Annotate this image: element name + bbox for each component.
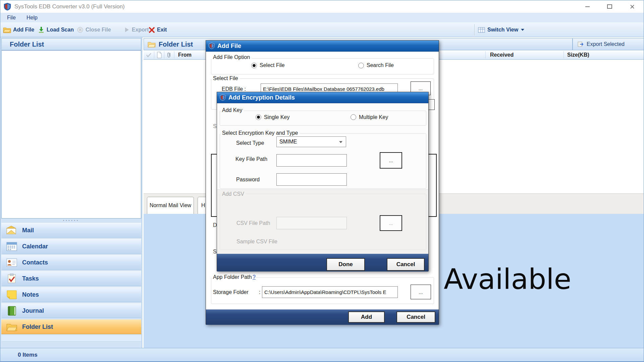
storage-folder-label: Storage Folder: [213, 289, 249, 295]
toolbar-separator: [474, 24, 475, 36]
password-label: Password: [236, 177, 260, 183]
toolbar-exit-label: Exit: [157, 27, 167, 33]
sidebar-item-folder-list[interactable]: Folder List: [1, 319, 141, 334]
minimize-icon: [585, 6, 590, 7]
maximize-button[interactable]: [600, 0, 619, 13]
close-icon: [630, 4, 635, 9]
switch-view-grid-icon: [478, 27, 485, 33]
single-key-radio-label[interactable]: Single Key: [264, 114, 290, 120]
encryption-dialog-titlebar: Add Encryption Details: [217, 92, 428, 103]
sidebar-item-label: Folder List: [22, 323, 53, 330]
hidden-label-fragment: S: [213, 123, 217, 129]
hidden-label-fragment: D: [213, 222, 217, 228]
sidebar-item-contacts[interactable]: Contacts: [1, 255, 141, 270]
sidebar-item-calendar[interactable]: Calendar: [1, 239, 141, 254]
encryption-dialog: Add Encryption Details Add Key Single Ke…: [217, 92, 429, 271]
add-file-dialog-titlebar: Add File: [206, 41, 439, 52]
export-icon: [124, 26, 130, 33]
add-key-group-label: Add Key: [220, 107, 244, 113]
key-file-path-input[interactable]: [276, 154, 347, 167]
contacts-icon: [6, 257, 17, 268]
column-header-received[interactable]: Received: [490, 50, 514, 60]
app-folder-path-label: App Folder Path: [211, 274, 254, 280]
switch-view-caret-icon: [521, 29, 524, 31]
column-header-from[interactable]: From: [178, 50, 192, 60]
encryption-cancel-button[interactable]: Cancel: [387, 258, 425, 271]
notes-icon: [6, 289, 17, 300]
toolbar-add-file-button[interactable]: Add File: [3, 23, 34, 37]
select-file-radio[interactable]: [251, 63, 257, 68]
close-file-icon: [77, 26, 84, 33]
menu-help[interactable]: Help: [24, 13, 40, 22]
toolbar-export-label: Export: [132, 27, 149, 33]
done-button[interactable]: Done: [326, 258, 365, 271]
password-input[interactable]: [276, 173, 347, 186]
menu-bar: File Help: [0, 13, 644, 22]
toolbar-exit-button[interactable]: Exit: [149, 23, 167, 37]
single-key-radio[interactable]: [256, 114, 261, 120]
window-title: SysTools EDB Converter v3.0 (Full Versio…: [14, 0, 125, 13]
encryption-dialog-title: Add Encryption Details: [228, 94, 295, 101]
add-button[interactable]: Add: [348, 311, 385, 323]
column-check-icon[interactable]: [146, 52, 152, 58]
close-button[interactable]: [623, 0, 642, 13]
sidebar-item-mail[interactable]: Mail: [1, 223, 141, 238]
add-key-group: [220, 111, 426, 126]
select-type-dropdown[interactable]: SMIME: [276, 136, 346, 147]
add-file-cancel-button[interactable]: Cancel: [396, 311, 435, 323]
exit-icon: [149, 27, 155, 33]
tab-normal-mail-view[interactable]: Normal Mail View: [147, 197, 194, 214]
multiple-key-radio[interactable]: [351, 114, 356, 120]
search-file-radio-label[interactable]: Search File: [367, 62, 394, 68]
left-panel: Folder List •••••• Mail Calendar Contact…: [0, 37, 142, 348]
mail-icon: [6, 225, 17, 236]
app-window: SysTools EDB Converter v3.0 (Full Versio…: [0, 0, 644, 362]
sidebar-item-label: Journal: [22, 307, 44, 314]
toolbar-export-button: Export: [124, 23, 149, 37]
export-selected-button[interactable]: Export Selected: [573, 38, 644, 50]
panel-splitter-handle[interactable]: ••••••: [1, 219, 141, 223]
app-folder-help-link[interactable]: ?: [253, 274, 256, 280]
status-bar: 0 Items: [0, 348, 644, 361]
select-type-value: SMIME: [279, 137, 297, 147]
multiple-key-radio-label[interactable]: Multiple Key: [359, 114, 388, 120]
dialog-shield-icon: [209, 43, 215, 49]
column-document-icon[interactable]: [156, 52, 162, 58]
load-scan-icon: [38, 26, 45, 33]
sidebar-item-notes[interactable]: Notes: [1, 287, 141, 302]
sidebar-item-label: Calendar: [22, 243, 48, 250]
toolbar: Add File Load Scan Close File Export Exi…: [0, 22, 644, 37]
toolbar-load-scan-button[interactable]: Load Scan: [38, 23, 74, 37]
sidebar-item-label: Notes: [22, 291, 39, 298]
add-file-dialog-title: Add File: [217, 43, 241, 50]
select-file-radio-label[interactable]: Select File: [260, 62, 285, 68]
add-file-option-group: [211, 58, 434, 74]
storage-folder-input[interactable]: [262, 286, 398, 298]
sidebar-item-label: Contacts: [22, 259, 48, 266]
sidebar-item-tasks[interactable]: Tasks: [1, 271, 141, 286]
column-header-size[interactable]: Size(KB): [567, 50, 589, 60]
folder-tree-area[interactable]: [1, 50, 141, 219]
add-file-option-group-label: Add File Option: [211, 54, 252, 60]
dialog-shield-icon: [220, 94, 226, 101]
minimize-button[interactable]: [578, 0, 597, 13]
toolbar-add-file-label: Add File: [13, 27, 34, 33]
title-bar: SysTools EDB Converter v3.0 (Full Versio…: [0, 0, 644, 13]
sidebar-item-label: Tasks: [22, 275, 39, 282]
csv-file-path-input: [276, 217, 347, 229]
sidebar-item-journal[interactable]: Journal: [1, 303, 141, 318]
storage-folder-browse-button[interactable]: ...: [411, 285, 431, 299]
menu-file[interactable]: File: [4, 13, 18, 22]
toolbar-load-scan-label: Load Scan: [47, 27, 74, 33]
app-logo-shield-icon: [3, 2, 11, 12]
left-panel-header-label: Folder List: [10, 41, 44, 48]
sidebar-item-label: Mail: [22, 227, 34, 234]
tasks-icon: [6, 273, 17, 284]
search-file-radio[interactable]: [358, 63, 364, 68]
toolbar-switch-view-button[interactable]: Switch View: [478, 23, 524, 37]
watermark-text: Available: [444, 263, 571, 296]
column-paperclip-icon[interactable]: [166, 52, 172, 58]
key-file-browse-button[interactable]: ...: [380, 152, 402, 169]
csv-browse-button: ...: [380, 215, 402, 231]
hidden-label-fragment: S: [213, 249, 217, 255]
